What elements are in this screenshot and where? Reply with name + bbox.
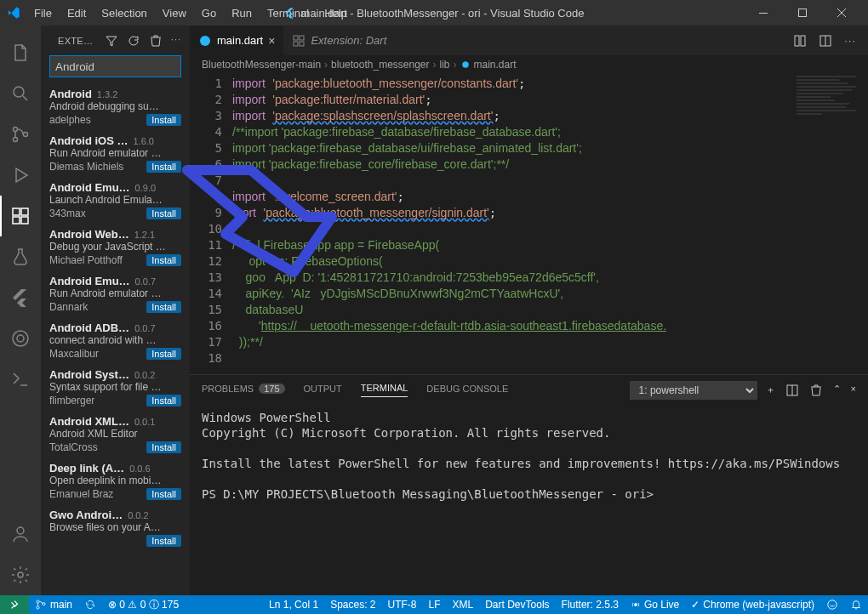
install-button[interactable]: Install [146,161,181,173]
window-controls [744,0,861,26]
new-terminal-icon[interactable]: ＋ [766,384,775,397]
svg-rect-17 [294,42,298,46]
menu-file[interactable]: File [27,3,59,23]
menu-edit[interactable]: Edit [60,3,93,23]
panel-tab-debug[interactable]: DEBUG CONSOLE [426,384,508,397]
split-terminal-icon[interactable] [785,384,799,397]
docker-icon[interactable] [0,318,41,359]
svg-point-25 [37,606,39,609]
extension-item[interactable]: Android Emu…0.9.0 Launch Android Emula… … [41,178,190,225]
search-icon[interactable] [0,73,41,114]
extensions-list[interactable]: Android1.3.2 Android debugging su… adelp… [41,84,190,595]
extensions-icon[interactable] [0,196,41,236]
extensions-sidebar: EXTE… ··· Android1.3.2 Android debugging… [41,26,190,595]
activity-bar [0,26,41,595]
remote-indicator[interactable] [0,595,29,614]
status-device[interactable]: ✓Chrome (web-javascript) [685,595,820,614]
status-sync[interactable] [78,595,102,614]
terminal-content[interactable]: Windows PowerShell Copyright (C) Microso… [190,405,868,595]
dart-file-icon [460,60,471,70]
maximize-button[interactable] [783,0,822,26]
clear-icon[interactable] [149,34,163,48]
menu-go[interactable]: Go [195,3,223,23]
svg-point-12 [17,527,24,534]
install-button[interactable]: Install [146,535,181,547]
scm-icon[interactable] [0,114,41,155]
install-button[interactable]: Install [146,441,181,453]
extension-item[interactable]: Deep link (A…0.0.6 Open deeplink in mobi… [41,458,190,505]
more-icon[interactable]: ··· [171,34,181,48]
extension-item[interactable]: Android Emu…0.0.7 Run Android emulator …… [41,271,190,318]
refresh-icon[interactable] [127,34,140,48]
status-bell[interactable] [844,595,868,614]
status-golive[interactable]: Go Live [625,595,685,614]
svg-rect-16 [300,36,304,40]
extension-item[interactable]: Android Web…1.2.1 Debug your JavaScript … [41,225,190,271]
svg-point-24 [37,600,39,603]
extension-item[interactable]: Android1.3.2 Android debugging su… adelp… [41,84,190,131]
menu-run[interactable]: Run [225,3,259,23]
testing-icon[interactable] [0,236,41,277]
explorer-icon[interactable] [0,32,41,73]
status-feedback[interactable] [820,595,844,614]
editor-tabs: main.dart × Extension: Dart ··· [190,26,868,55]
maximize-panel-icon[interactable]: ⌃ [833,384,841,397]
extension-item[interactable]: Android ADB…0.0.7 connect android with …… [41,318,190,365]
remote-icon[interactable] [0,359,41,400]
extensions-search-input[interactable] [49,55,181,77]
panel-tab-problems[interactable]: PROBLEMS 175 [202,384,285,397]
extension-item[interactable]: Android iOS …1.6.0 Run Android emulator … [41,131,190,178]
install-button[interactable]: Install [146,395,181,406]
filter-icon[interactable] [105,34,118,48]
tab-extension-dart[interactable]: Extension: Dart [283,26,395,55]
kill-terminal-icon[interactable] [809,384,823,397]
line-numbers: 123456789101112131415161718 [190,74,232,374]
code-editor[interactable]: import 'package:bluetooth_messenger/cons… [232,74,791,374]
status-encoding[interactable]: UTF-8 [382,595,423,614]
account-icon[interactable] [0,514,41,554]
settings-icon[interactable] [0,554,41,595]
status-devtools[interactable]: Dart DevTools [479,595,555,614]
close-icon[interactable]: × [268,34,275,48]
extension-item[interactable]: Android XML…0.0.1 Android XML Editor Tot… [41,412,190,458]
breadcrumb[interactable]: BluetoothMessenger-main› bluetooth_messe… [190,55,868,74]
vscode-logo-icon [7,6,20,20]
status-indent[interactable]: Spaces: 2 [324,595,381,614]
status-eol[interactable]: LF [423,595,447,614]
svg-point-4 [14,138,18,142]
install-button[interactable]: Install [146,254,181,266]
flutter-icon[interactable] [0,277,41,318]
install-button[interactable]: Install [146,301,181,313]
minimize-button[interactable] [744,0,783,26]
menu-selection[interactable]: Selection [94,3,153,23]
panel-tab-output[interactable]: OUTPUT [304,384,342,397]
svg-point-26 [43,603,45,605]
install-button[interactable]: Install [146,488,181,500]
panel-tab-terminal[interactable]: TERMINAL [361,383,408,397]
svg-rect-8 [21,217,28,224]
status-branch[interactable]: main [29,595,78,614]
status-flutter[interactable]: Flutter: 2.5.3 [556,595,625,614]
menu-view[interactable]: View [156,3,193,23]
install-button[interactable]: Install [146,208,181,219]
install-button[interactable]: Install [146,114,181,126]
install-button[interactable]: Install [146,348,181,360]
more-actions-icon[interactable]: ··· [844,34,856,48]
extension-item[interactable]: Android Syst…0.0.2 Syntax support for fi… [41,365,190,412]
svg-rect-1 [799,9,807,17]
split-editor-icon[interactable] [819,34,832,48]
status-problems[interactable]: ⊗ 0 ⚠ 0 ⓘ 175 [102,595,185,614]
extension-item[interactable]: Gwo Androi…0.0.2 Browse files on your A…… [41,505,190,552]
debug-icon[interactable] [0,155,41,196]
svg-rect-18 [300,42,304,46]
svg-point-14 [200,36,210,46]
flutter-icon [284,7,296,19]
minimap[interactable] [791,74,868,374]
open-changes-icon[interactable] [793,34,807,48]
status-cursor[interactable]: Ln 1, Col 1 [263,595,324,614]
close-panel-icon[interactable]: × [851,384,856,397]
status-language[interactable]: XML [447,595,480,614]
tab-main-dart[interactable]: main.dart × [190,26,283,55]
terminal-selector[interactable]: 1: powershell [630,381,757,400]
close-button[interactable] [822,0,861,26]
